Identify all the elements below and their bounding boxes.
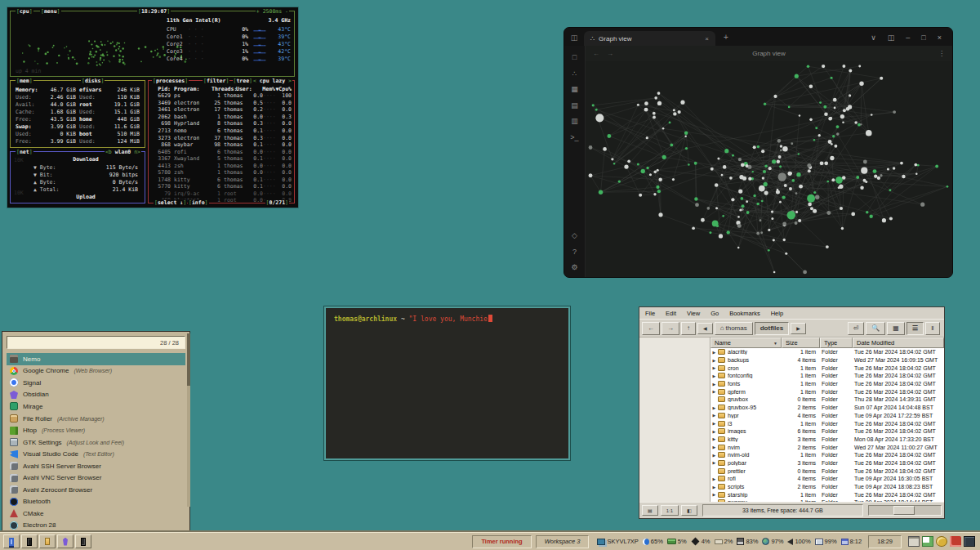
file-row[interactable]: ▶starship1 itemFolderTue 26 Mar 2024 18:… (710, 490, 944, 499)
launcher-item-avahi-zeroconf-browser[interactable]: Avahi Zeroconf Browser (7, 484, 185, 496)
launcher-item-obsidian[interactable]: Obsidian (7, 389, 185, 401)
menu-bookmarks[interactable]: Bookmarks (729, 310, 760, 317)
file-row[interactable]: prettier0 itemsFolderTue 26 Mar 2024 18:… (710, 467, 944, 475)
process-row[interactable]: 868waybar98thomas0.1····0.0 (151, 141, 292, 149)
workspace-indicator[interactable]: Workspace 3 (536, 535, 590, 548)
indicator-volume[interactable]: 100% (787, 538, 810, 545)
path-current-button[interactable]: dotfiles (755, 322, 789, 335)
launcher-item-visual-studio-code[interactable]: Visual Studio Code(Text Editor) (7, 448, 185, 460)
file-row[interactable]: gruvbox0 itemsFolderThu 28 Mar 2024 14:3… (710, 396, 944, 404)
terminal-icon[interactable]: >_ (570, 133, 578, 141)
file-row[interactable]: ▶fonts1 itemFolderTue 26 Mar 2024 18:04:… (710, 380, 944, 388)
file-row[interactable]: ▶gruvbox-952 itemsFolderSun 07 Apr 2024 … (710, 404, 944, 412)
new-tab-button[interactable]: ⏎ (848, 322, 865, 335)
maximize-icon[interactable]: □ (921, 34, 925, 42)
launcher-item-avahi-vnc-server-browser[interactable]: Avahi VNC Server Browser (7, 472, 185, 484)
btop-mem-tab[interactable]: mem (16, 78, 33, 84)
path-scroll-right-button[interactable]: ▶ (791, 323, 806, 334)
timer-status[interactable]: Timer running (472, 535, 531, 548)
file-row[interactable]: ▶nvim-old1 itemFolderTue 26 Mar 2024 18:… (710, 451, 944, 459)
launcher-scrollbar[interactable] (187, 333, 190, 507)
quicklaunch-obsidian-button[interactable] (57, 534, 74, 548)
forward-button[interactable]: → (662, 322, 679, 335)
launcher-item-mirage[interactable]: Mirage (7, 400, 185, 413)
file-row[interactable]: ▶alacritty1 itemFolderTue 26 Mar 2024 18… (710, 348, 944, 356)
kitty-terminal-window[interactable]: thomas@archlinux ~ "I love you, Munchie (324, 306, 570, 460)
process-row[interactable]: 3273electron37thomas0.3····0.0 (151, 134, 292, 141)
launcher-scrollbar-thumb[interactable] (187, 333, 190, 386)
launcher-item-electron-28[interactable]: Electron 28 (7, 520, 185, 532)
indicator-network[interactable]: SKYVL7XP (597, 538, 638, 545)
launcher-item-signal[interactable]: Signal (7, 377, 185, 389)
process-row[interactable]: 2062bash1thomas0.0····0.3 (151, 114, 292, 121)
file-row[interactable]: ▶nvim2 itemsFolderWed 27 Mar 2024 11:00:… (710, 443, 944, 451)
launcher-item-gtk-settings[interactable]: GTK Settings(Adjust Look and Feel) (7, 436, 185, 449)
graph-canvas[interactable] (586, 61, 952, 277)
horizontal-scrollbar[interactable] (868, 505, 942, 516)
file-row[interactable]: ▶rofi4 itemsFolderTue 09 Apr 2024 16:30:… (710, 475, 944, 483)
back-button[interactable]: ← (642, 322, 660, 335)
menu-go[interactable]: Go (710, 310, 719, 317)
btop-tree-button[interactable]: tree (233, 78, 254, 84)
quicklaunch-kitty-button[interactable] (75, 534, 91, 548)
btop-processes-tab[interactable]: processes (152, 78, 189, 84)
files-icon[interactable]: □ (572, 53, 577, 61)
menu-view[interactable]: View (687, 310, 700, 317)
launcher-item-avahi-ssh-server-browser[interactable]: Avahi SSH Server Browser (7, 460, 185, 472)
btop-filter-button[interactable]: filter (203, 78, 229, 84)
up-button[interactable]: ↑ (681, 322, 696, 335)
btop-select-button[interactable]: select ↓ (154, 199, 187, 206)
tray-update-icon[interactable] (950, 536, 961, 547)
dual-pane-button[interactable]: ‖ (925, 322, 940, 335)
calendar-icon[interactable]: ▤ (571, 101, 578, 110)
settings-icon[interactable]: ⚙ (571, 263, 577, 271)
process-row[interactable]: 1748kitty6thomas0.1····0.0 (151, 177, 292, 184)
window-panel-button[interactable]: ◧ (681, 505, 697, 516)
net-interface-selector[interactable]: <b wlan0 n> (105, 149, 141, 155)
menu-file[interactable]: File (645, 310, 655, 317)
btop-net-tab[interactable]: net (16, 149, 33, 155)
process-row[interactable]: 4413zsh1thomas0.0····0.0 (151, 162, 292, 169)
help-icon[interactable]: ? (572, 248, 577, 256)
process-row[interactable]: 79irq/9-acpi1root0.0····0.0 (151, 190, 292, 198)
file-row[interactable]: ▶hypr4 itemsFolderTue 09 Apr 2024 17:22:… (710, 412, 944, 420)
tab-close-icon[interactable]: × (705, 35, 709, 42)
file-row[interactable]: ▶scripts2 itemsFolderTue 09 Apr 2024 18:… (710, 483, 944, 491)
new-tab-icon[interactable]: + (724, 33, 728, 42)
close-icon[interactable]: × (938, 34, 942, 42)
file-row[interactable]: ▶cron1 itemFolderTue 26 Mar 2024 18:04:0… (710, 364, 944, 372)
btop-interval-control[interactable]: + 2500ms - (256, 8, 289, 15)
launcher-item-cmake[interactable]: CMake (7, 508, 185, 520)
quicklaunch-computer-button[interactable] (3, 534, 20, 548)
file-row[interactable]: ▶fontconfig1 itemFolderTue 26 Mar 2024 1… (710, 372, 944, 380)
file-row[interactable]: ▶kitty3 itemsFolderMon 08 Apr 2024 17:33… (710, 436, 944, 444)
tab-graph-view[interactable]: ∴ Graph view × (584, 31, 715, 46)
indicator-globe[interactable]: 97% (762, 538, 783, 545)
process-row[interactable]: 5780zsh1thomas0.0····0.0 (151, 169, 292, 177)
btop-menu-button[interactable]: menu (40, 8, 61, 15)
indicator-memory[interactable]: 2% (715, 538, 733, 545)
indicator-cpu[interactable]: 4% (691, 538, 710, 545)
launcher-item-bluetooth[interactable]: Bluetooth (7, 496, 185, 508)
process-row[interactable]: 3469electron25thomas0.5····0.0 (151, 100, 292, 107)
indicator-disk[interactable]: 83% (737, 538, 758, 545)
indicator-computer[interactable]: 99% (815, 538, 837, 545)
file-row[interactable]: ▶i31 itemFolderTue 26 Mar 2024 18:04:02 … (710, 419, 944, 427)
indicator-battery[interactable]: 5% (667, 538, 687, 545)
scrollbar-thumb[interactable] (893, 506, 915, 515)
graph-icon[interactable]: ∴ (572, 69, 577, 78)
process-row[interactable]: 6405rofi6thomas0.0····0.0 (151, 148, 292, 155)
clock[interactable]: 18:29 (868, 535, 902, 548)
size-toggle-button[interactable]: 1:1 (661, 505, 679, 516)
menu-edit[interactable]: Edit (666, 310, 676, 317)
indicator-calendar[interactable]: 8:12 (841, 538, 862, 545)
tray-keys-icon[interactable] (936, 536, 947, 547)
tray-notes-icon[interactable] (922, 536, 933, 547)
file-row[interactable]: ▶gpferm1 itemFolderTue 26 Mar 2024 18:04… (710, 387, 944, 396)
command-icon[interactable]: ◇ (572, 231, 577, 239)
right-sidebar-toggle-icon[interactable]: ◫ (888, 34, 895, 42)
process-row[interactable]: 2713nemo6thomas0.1····0.0 (151, 127, 292, 135)
launcher-item-google-chrome[interactable]: Google Chrome(Web Browser) (7, 365, 185, 378)
icon-view-button[interactable]: ▦ (887, 322, 905, 335)
file-row[interactable]: ▶images6 itemsFolderTue 26 Mar 2024 18:0… (710, 427, 944, 436)
